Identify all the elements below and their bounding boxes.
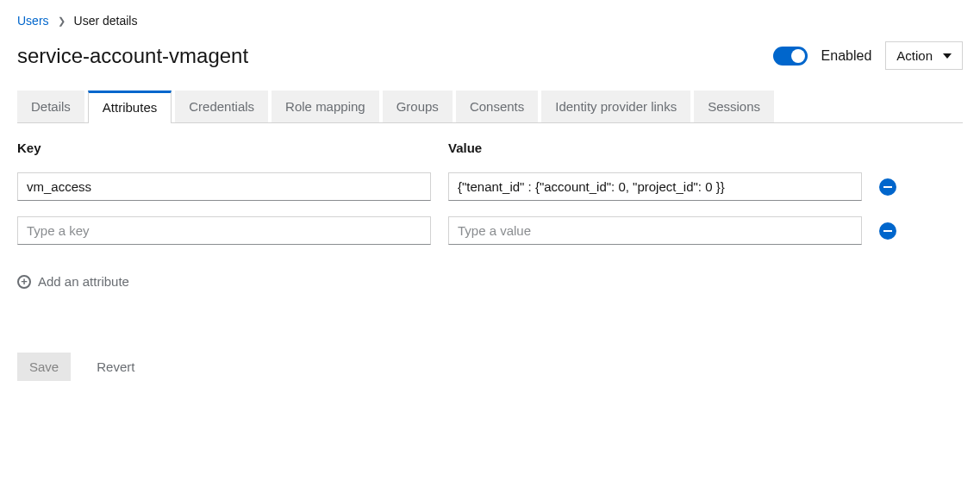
value-input[interactable] bbox=[448, 216, 862, 245]
column-header-key: Key bbox=[17, 140, 431, 155]
tab-attributes[interactable]: Attributes bbox=[88, 91, 172, 123]
enabled-label: Enabled bbox=[821, 48, 872, 64]
toggle-knob bbox=[791, 49, 805, 63]
tab-role-mapping[interactable]: Role mapping bbox=[272, 91, 379, 122]
enabled-toggle[interactable] bbox=[773, 47, 808, 66]
tab-sessions[interactable]: Sessions bbox=[694, 91, 774, 122]
breadcrumb-current: User details bbox=[74, 14, 138, 28]
add-attribute-button[interactable]: + Add an attribute bbox=[17, 271, 129, 292]
remove-row-button[interactable] bbox=[879, 222, 896, 240]
value-input[interactable] bbox=[448, 172, 862, 201]
breadcrumb-users-link[interactable]: Users bbox=[17, 14, 49, 28]
save-button[interactable]: Save bbox=[17, 353, 71, 381]
attribute-row bbox=[17, 172, 963, 201]
action-dropdown[interactable]: Action bbox=[885, 41, 963, 70]
attribute-row bbox=[17, 216, 963, 245]
tab-identity-provider-links[interactable]: Identity provider links bbox=[541, 91, 690, 122]
page-title: service-account-vmagent bbox=[17, 44, 248, 68]
add-attribute-label: Add an attribute bbox=[38, 274, 129, 289]
revert-button[interactable]: Revert bbox=[91, 359, 140, 375]
action-label: Action bbox=[896, 48, 933, 63]
chevron-down-icon bbox=[943, 53, 952, 59]
key-input[interactable] bbox=[17, 172, 431, 201]
key-input[interactable] bbox=[17, 216, 431, 245]
breadcrumb: Users ❯ User details bbox=[17, 14, 963, 28]
tab-credentials[interactable]: Credentials bbox=[175, 91, 268, 122]
attribute-rows bbox=[17, 172, 963, 245]
chevron-right-icon: ❯ bbox=[58, 16, 66, 27]
column-header-value: Value bbox=[448, 140, 862, 155]
tabs-bar: DetailsAttributesCredentialsRole mapping… bbox=[17, 91, 963, 123]
tab-details[interactable]: Details bbox=[17, 91, 84, 122]
remove-row-button[interactable] bbox=[879, 178, 896, 196]
plus-circle-icon: + bbox=[17, 275, 31, 289]
tab-groups[interactable]: Groups bbox=[383, 91, 453, 122]
tab-consents[interactable]: Consents bbox=[456, 91, 538, 122]
